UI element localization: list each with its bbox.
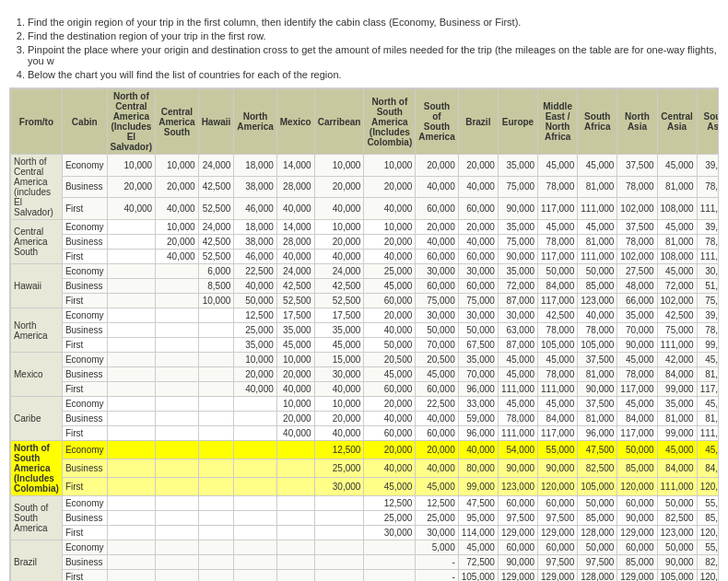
mile-value: 90,000 [617,511,657,526]
cabin-label: First [62,426,107,441]
mile-value [234,511,276,526]
mile-value: 108,000 [657,250,697,264]
table-row: North AmericaEconomy12,50017,50017,50020… [11,308,720,323]
mile-value: 81,000 [697,367,719,382]
mile-value: 84,000 [697,459,719,478]
mile-value [276,511,314,526]
mile-value [364,555,416,570]
mile-value: 20,000 [314,412,364,426]
cabin-label: Economy [62,264,107,279]
mile-value: 42,500 [657,308,697,323]
mile-value [107,511,156,526]
mile-value: 24,000 [276,264,314,279]
mile-value: 72,000 [498,279,537,294]
mile-value: 20,000 [364,397,416,412]
mile-value: 75,000 [697,294,719,308]
mile-value: 20,000 [364,176,416,198]
mile-value: 45,000 [578,155,617,177]
region-label: Mexico [11,353,63,397]
mile-value: 20,000 [234,367,276,382]
mile-value: 22,500 [234,264,276,279]
mile-value: 90,000 [657,555,697,570]
mile-value [198,353,234,367]
mile-value: 128,000 [578,570,617,582]
mile-value [198,570,234,582]
col-south-south-am: South of South America [416,89,458,155]
mile-value: 20,000 [416,220,458,235]
mile-value: 22,500 [416,397,458,412]
mile-value [107,279,156,294]
mile-value: 40,000 [458,441,498,459]
table-row: First30,00030,000114,000129,000129,00012… [11,526,720,540]
col-middle-east: Middle East / North Africa [538,89,578,155]
mile-value [107,478,156,496]
mile-value: 35,000 [314,323,364,338]
col-south-africa: South Africa [578,89,617,155]
mile-value: 40,000 [364,459,416,478]
cabin-label: Economy [62,353,107,367]
mile-value: 85,000 [617,555,657,570]
mile-value [198,412,234,426]
cabin-label: First [62,382,107,397]
mile-value: 17,500 [314,308,364,323]
table-row: South of South AmericaEconomy12,50012,50… [11,496,720,511]
mile-value: 97,500 [498,511,537,526]
region-label: Central America South [11,220,63,264]
cabin-label: Economy [62,441,107,459]
mile-value: 85,000 [578,511,617,526]
mile-value: 42,500 [276,279,314,294]
mile-value: 97,500 [578,555,617,570]
mile-value [156,412,198,426]
mile-value: 66,000 [617,294,657,308]
mile-value: 18,000 [234,220,276,235]
mile-value [276,441,314,459]
mile-value: 63,000 [498,323,537,338]
mile-value: 96,000 [458,382,498,397]
mile-value: 50,000 [458,323,498,338]
steps-list: Find the origin region of your trip in t… [28,17,719,80]
mile-value [276,555,314,570]
mile-value: 81,000 [578,367,617,382]
mile-value: 60,000 [617,540,657,555]
mile-value [198,367,234,382]
table-row: First40,00040,00060,00060,00096,000111,0… [11,426,720,441]
mile-value [198,496,234,511]
cabin-label: Business [62,367,107,382]
mile-value: 50,000 [578,540,617,555]
cabin-label: Economy [62,308,107,323]
mile-value: 30,000 [458,264,498,279]
mile-value: 111,000 [578,250,617,264]
mile-value: 12,500 [234,308,276,323]
mile-value: 20,000 [107,176,156,198]
mile-value [107,496,156,511]
mile-value [107,540,156,555]
mile-value: 40,000 [416,235,458,250]
mile-value: 20,000 [156,176,198,198]
mile-value [107,382,156,397]
mile-value: 10,000 [156,220,198,235]
region-label: Caribe [11,397,63,441]
mile-value: 45,000 [538,397,578,412]
region-label: Brazil [11,540,63,582]
mile-value: 99,000 [657,426,697,441]
mile-value [156,526,198,540]
mile-value: 50,000 [578,496,617,511]
mile-value [156,478,198,496]
mile-value: 120,000 [538,478,578,496]
mile-value: 80,000 [458,459,498,478]
step-1: Find the origin region of your trip in t… [28,17,719,28]
mile-value: 105,000 [538,338,578,353]
mile-value: 54,000 [498,441,537,459]
region-label: Hawaii [11,264,63,308]
mile-value: 129,000 [498,526,537,540]
mile-value [198,323,234,338]
mile-value: 30,000 [458,308,498,323]
mile-value: 25,000 [364,511,416,526]
mile-value: 129,000 [538,570,578,582]
mile-value [156,367,198,382]
mile-value: 35,000 [458,353,498,367]
mile-value: 45,000 [276,338,314,353]
mile-value [198,426,234,441]
mile-value [314,540,364,555]
mile-value: 39,000 [697,155,719,177]
